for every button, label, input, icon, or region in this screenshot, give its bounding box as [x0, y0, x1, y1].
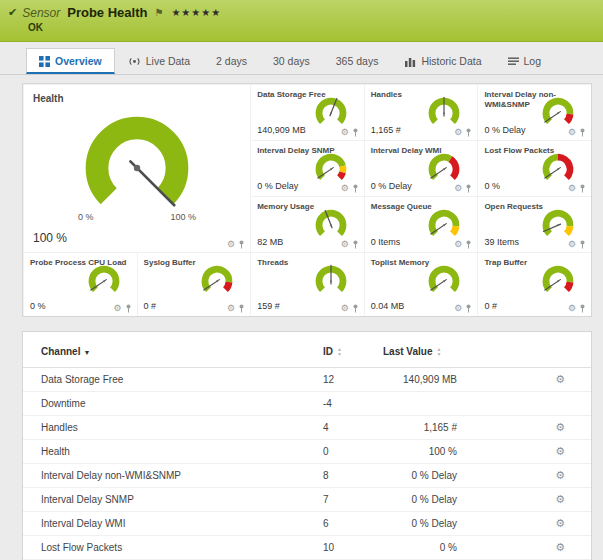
gauge-label: Open Requests — [484, 202, 585, 212]
gear-icon[interactable]: ⚙ — [454, 304, 462, 313]
column-header-last-value[interactable]: Last Value▲▼ — [383, 338, 461, 368]
channel-settings-gear-icon[interactable]: ⚙ — [555, 421, 565, 433]
gauge-scale-max: 100 % — [171, 212, 197, 222]
table-row-interval-delay-wmi[interactable]: Interval Delay WMI 6 0 % Delay ⚙ — [23, 512, 591, 536]
channel-settings-gear-icon[interactable]: ⚙ — [555, 493, 565, 505]
gauge-label: Memory Usage — [257, 202, 358, 212]
sensor-header: ✔ Sensor Probe Health ⚑ ★★★★★ OK — [0, 0, 603, 42]
gauge-value: 0 % Delay — [371, 181, 412, 191]
gauge-value: 0 % Delay — [257, 181, 298, 191]
gauge-tile-threads: Threads 159 # ⚙ — [250, 252, 364, 316]
tab-bar: OverviewLive Data2 days30 days365 daysHi… — [0, 42, 603, 75]
last-value-cell — [383, 392, 461, 416]
channel-cell: Data Storage Free — [23, 368, 323, 392]
id-cell: 4 — [323, 416, 383, 440]
gauge-value: 0 # — [484, 301, 497, 311]
gauge-label: Syslog Buffer — [144, 258, 245, 268]
gear-icon[interactable]: ⚙ — [227, 240, 235, 249]
gauge-label: Toplist Memory — [371, 258, 472, 268]
gauge-value: 0 # — [144, 301, 157, 311]
tab-overview[interactable]: Overview — [26, 48, 115, 74]
channels-panel: Channel▼ID▲▼Last Value▲▼ Data Storage Fr… — [22, 331, 592, 560]
gauge-value: 39 Items — [484, 237, 519, 247]
table-row-health[interactable]: Health 0 100 % ⚙ — [23, 440, 591, 464]
pin-icon[interactable] — [352, 240, 359, 249]
gauge-label: Trap Buffer — [484, 258, 585, 268]
tab-30-days[interactable]: 30 days — [260, 48, 323, 74]
pin-icon[interactable] — [579, 128, 586, 137]
sort-updown-icon: ▲▼ — [436, 347, 441, 357]
tab-live-data[interactable]: Live Data — [115, 48, 203, 74]
gauge-label: Lost Flow Packets — [484, 146, 585, 156]
tab-label: Historic Data — [421, 55, 481, 67]
sort-updown-icon: ▲▼ — [337, 347, 342, 357]
table-row-lost-flow-packets[interactable]: Lost Flow Packets 10 0 % ⚙ — [23, 536, 591, 560]
pin-icon[interactable] — [465, 128, 472, 137]
gauge-tile-interval-delay-non-wmi-snmp: Interval Delay non-WMI&SNMP 0 % Delay ⚙ — [477, 84, 591, 140]
channel-cell: Lost Flow Packets — [23, 536, 323, 560]
last-value-cell: 140,909 MB — [383, 368, 461, 392]
flag-icon[interactable]: ⚑ — [154, 7, 163, 18]
table-row-interval-delay-snmp[interactable]: Interval Delay SNMP 7 0 % Delay ⚙ — [23, 488, 591, 512]
gear-icon[interactable]: ⚙ — [114, 304, 122, 313]
gear-icon[interactable]: ⚙ — [568, 304, 576, 313]
tab-log[interactable]: Log — [495, 48, 555, 74]
gauge-label: Health — [33, 93, 64, 104]
channel-cell: Interval Delay SNMP — [23, 488, 323, 512]
gauge-value: 82 MB — [257, 237, 283, 247]
tab-label: 30 days — [273, 55, 310, 67]
table-row-interval-delay-non-wmi-snmp[interactable]: Interval Delay non-WMI&SNMP 8 0 % Delay … — [23, 464, 591, 488]
gauge-tile-memory-usage: Memory Usage 82 MB ⚙ — [250, 196, 364, 252]
channel-settings-gear-icon[interactable]: ⚙ — [555, 469, 565, 481]
channel-settings-gear-icon[interactable]: ⚙ — [555, 373, 565, 385]
priority-stars[interactable]: ★★★★★ — [171, 7, 221, 18]
pin-icon[interactable] — [465, 304, 472, 313]
id-cell: 10 — [323, 536, 383, 560]
last-value-cell: 0 % Delay — [383, 512, 461, 536]
column-header-id[interactable]: ID▲▼ — [323, 338, 383, 368]
gauge-label: Threads — [257, 258, 358, 268]
pin-icon[interactable] — [352, 304, 359, 313]
object-kind-label: Sensor — [22, 6, 60, 20]
pin-icon[interactable] — [125, 304, 132, 313]
sort-caret-icon: ▼ — [83, 349, 90, 356]
channel-cell: Handles — [23, 416, 323, 440]
id-cell: -4 — [323, 392, 383, 416]
tab-2-days[interactable]: 2 days — [203, 48, 260, 74]
gauge-value: 159 # — [257, 301, 280, 311]
overview-grid-icon — [39, 56, 50, 67]
health-gauge-dial — [61, 104, 213, 224]
id-cell: 8 — [323, 464, 383, 488]
column-header-channel[interactable]: Channel▼ — [23, 338, 323, 368]
channel-cell: Interval Delay WMI — [23, 512, 323, 536]
tab-label: Live Data — [146, 55, 190, 67]
pin-icon[interactable] — [465, 184, 472, 193]
last-value-cell: 0 % Delay — [383, 464, 461, 488]
pin-icon[interactable] — [465, 240, 472, 249]
table-row-data-storage-free[interactable]: Data Storage Free 12 140,909 MB ⚙ — [23, 368, 591, 392]
gauge-tile-health: Health 0 % 100 % 100 % ⚙ — [23, 84, 250, 252]
pin-icon[interactable] — [238, 304, 245, 313]
last-value-cell: 0 % Delay — [383, 488, 461, 512]
gear-icon[interactable]: ⚙ — [227, 304, 235, 313]
column-label: Channel — [41, 346, 80, 357]
table-row-handles[interactable]: Handles 4 1,165 # ⚙ — [23, 416, 591, 440]
last-value-cell: 1,165 # — [383, 416, 461, 440]
pin-icon[interactable] — [579, 240, 586, 249]
channel-settings-gear-icon[interactable]: ⚙ — [555, 445, 565, 457]
tab-365-days[interactable]: 365 days — [323, 48, 392, 74]
tab-historic-data[interactable]: Historic Data — [391, 48, 494, 74]
gauges-panel: Health 0 % 100 % 100 % ⚙ Data Storage Fr… — [22, 83, 592, 317]
id-cell: 12 — [323, 368, 383, 392]
channel-settings-gear-icon[interactable]: ⚙ — [555, 517, 565, 529]
pin-icon[interactable] — [579, 184, 586, 193]
pin-icon[interactable] — [352, 184, 359, 193]
pin-icon[interactable] — [238, 240, 245, 249]
gauge-scale-min: 0 % — [78, 212, 94, 222]
table-row-downtime[interactable]: Downtime -4 — [23, 392, 591, 416]
channel-settings-gear-icon[interactable]: ⚙ — [555, 541, 565, 553]
pin-icon[interactable] — [579, 304, 586, 313]
tab-label: Overview — [55, 55, 102, 67]
gear-icon[interactable]: ⚙ — [341, 304, 349, 313]
pin-icon[interactable] — [352, 128, 359, 137]
